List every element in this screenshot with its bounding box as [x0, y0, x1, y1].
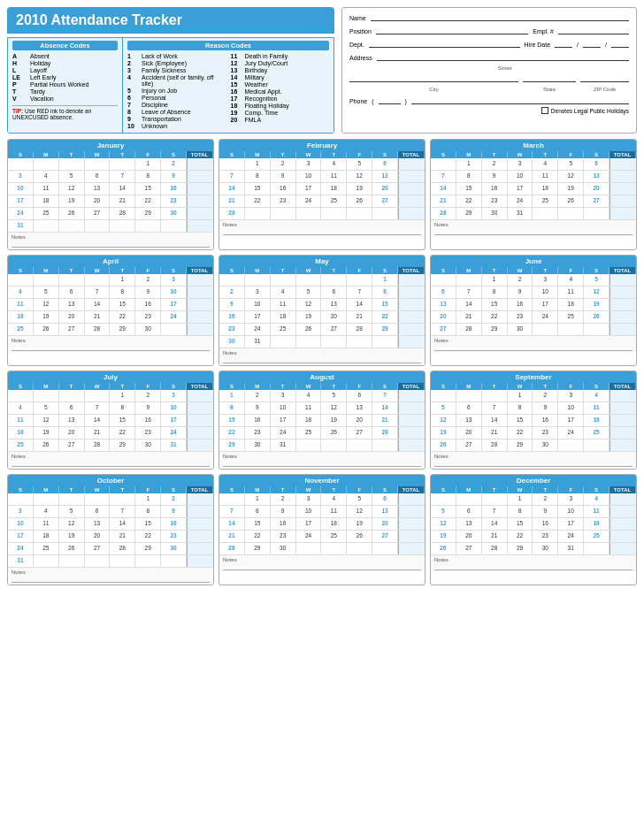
- day-cell: 20: [59, 311, 85, 323]
- day-cell: 8: [372, 287, 398, 298]
- day-cell: 3: [8, 171, 34, 182]
- day-cell: 24: [296, 531, 322, 542]
- day-cell: 13: [59, 415, 85, 426]
- day-cell: 23: [135, 427, 161, 439]
- day-cell: 8: [219, 402, 245, 414]
- day-cell: 2: [219, 287, 245, 298]
- day-cell: 28: [219, 208, 245, 219]
- notes-line[interactable]: [12, 576, 210, 583]
- notes-row: Notes: [219, 554, 425, 572]
- notes-line[interactable]: [12, 344, 210, 351]
- day-cell: 1: [456, 158, 482, 170]
- hire-date-yy[interactable]: [611, 39, 629, 48]
- city-field[interactable]: [349, 73, 518, 82]
- state-field[interactable]: [523, 73, 576, 82]
- day-cell: [271, 336, 296, 348]
- day-cell: 30: [245, 439, 271, 451]
- day-cell: 27: [347, 427, 372, 439]
- phone-number[interactable]: [411, 96, 629, 104]
- notes-label: Notes: [434, 557, 448, 562]
- day-cell: 10: [296, 506, 322, 517]
- top-section: 2010 Attendance Tracker Absence Codes A …: [7, 7, 637, 134]
- day-cell: 21: [110, 195, 135, 207]
- day-cell: 19: [59, 195, 85, 207]
- day-cell: 17: [558, 518, 584, 530]
- hire-date-dd[interactable]: [583, 39, 601, 48]
- dept-field[interactable]: [369, 39, 520, 48]
- month-july: JulySMTWTFSTOTAL123456789101112131415161…: [7, 371, 214, 470]
- day-header-m: M: [456, 486, 482, 493]
- week-row: 1234: [431, 493, 636, 506]
- month-header-september: September: [431, 371, 636, 383]
- day-cell: 9: [135, 287, 161, 298]
- notes-line[interactable]: [223, 228, 421, 235]
- day-cell: 31: [508, 208, 533, 219]
- notes-line[interactable]: [223, 460, 421, 467]
- day-cell: 9: [508, 287, 533, 298]
- empl-field[interactable]: [558, 26, 629, 34]
- day-cell: 22: [110, 427, 135, 439]
- total-cell: [398, 493, 425, 505]
- total-cell: [398, 324, 425, 335]
- day-cell: 14: [110, 183, 135, 195]
- notes-line[interactable]: [434, 344, 632, 351]
- day-header-s: S: [431, 383, 456, 390]
- hire-date-mm[interactable]: [555, 39, 572, 48]
- day-cell: 12: [59, 183, 85, 195]
- day-cell: 5: [59, 506, 85, 517]
- week-row: 45678910: [8, 287, 213, 299]
- day-cell: 25: [296, 427, 322, 439]
- day-cell: 24: [161, 427, 187, 439]
- address-field[interactable]: [377, 52, 629, 61]
- reason-col-1: 1Lack of Work 2Sick (Employee) 3Family S…: [127, 53, 226, 130]
- absence-codes: Absence Codes A Absent H Holiday L Layof…: [8, 38, 123, 133]
- day-cell: 16: [271, 518, 296, 530]
- day-cell: 18: [584, 518, 610, 530]
- day-header-t: T: [482, 486, 508, 493]
- day-header-f: F: [347, 383, 372, 390]
- notes-line[interactable]: [12, 460, 210, 467]
- day-header-t: T: [110, 267, 135, 274]
- notes-line[interactable]: [434, 228, 632, 235]
- total-cell: [610, 518, 636, 530]
- holiday-checkbox[interactable]: [541, 107, 548, 114]
- phone-area[interactable]: [379, 96, 401, 104]
- notes-line[interactable]: [223, 563, 421, 570]
- name-field[interactable]: [371, 12, 629, 21]
- week-row: 16171819202122: [219, 311, 425, 324]
- week-row: 21222324252627: [219, 531, 425, 543]
- day-cell: 2: [533, 390, 558, 401]
- day-header-f: F: [347, 267, 372, 274]
- day-cell: 20: [456, 427, 482, 439]
- week-row: 293031: [219, 439, 425, 451]
- zip-field[interactable]: [580, 73, 629, 82]
- day-header-s: S: [8, 267, 34, 274]
- day-header-t: T: [533, 151, 558, 158]
- position-field[interactable]: [376, 26, 528, 34]
- day-cell: 25: [271, 324, 296, 335]
- absence-label-v: Vacation: [30, 96, 54, 102]
- day-cell: [271, 208, 296, 219]
- total-cell: [610, 506, 636, 517]
- day-cell: 15: [110, 299, 135, 310]
- day-cell: [431, 158, 456, 170]
- day-cell: 15: [245, 518, 271, 530]
- total-cell: [398, 299, 425, 310]
- day-cell: 1: [508, 493, 533, 505]
- notes-line[interactable]: [12, 241, 210, 248]
- day-cell: 23: [533, 427, 558, 439]
- notes-line[interactable]: [434, 460, 632, 467]
- day-header-total: TOTAL: [398, 267, 425, 274]
- month-header-december: December: [431, 475, 636, 486]
- notes-line[interactable]: [434, 563, 632, 570]
- day-cell: 12: [347, 171, 372, 182]
- day-header-s: S: [219, 383, 245, 390]
- notes-row: Notes: [8, 567, 213, 585]
- day-cell: 8: [245, 171, 271, 182]
- day-cell: [296, 439, 322, 451]
- total-cell: [610, 402, 636, 414]
- day-cell: 2: [135, 274, 161, 286]
- notes-line[interactable]: [223, 356, 421, 363]
- notes-row: Notes: [219, 451, 425, 469]
- day-cell: 14: [219, 518, 245, 530]
